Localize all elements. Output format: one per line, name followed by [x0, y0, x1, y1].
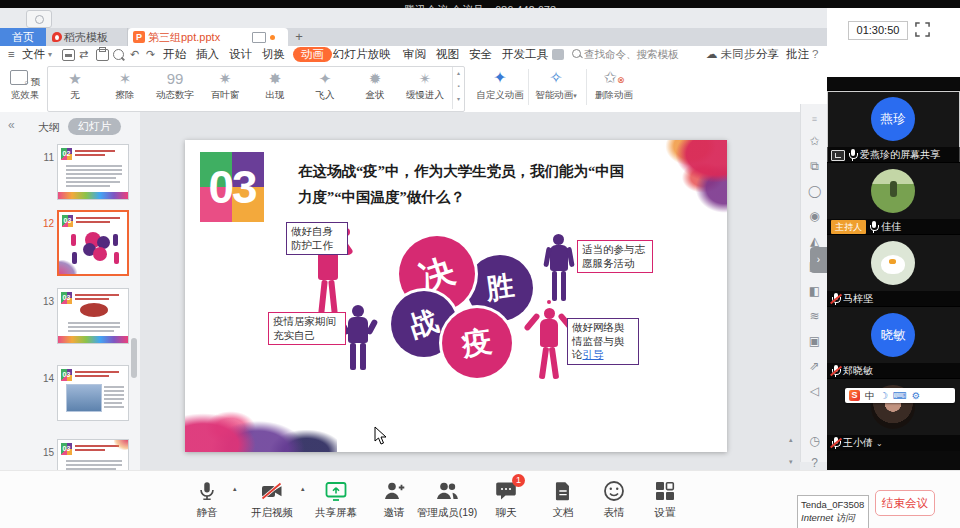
slide-thumbnail-13[interactable]: 03: [57, 288, 129, 344]
mute-button[interactable]: 静音: [185, 479, 229, 520]
video-options-caret-icon[interactable]: ▴: [301, 485, 305, 493]
emoji-button[interactable]: 表情: [590, 479, 638, 520]
thumbnail-scrollbar[interactable]: [131, 338, 137, 378]
smart-animation-button[interactable]: ✧智能动画▾: [530, 67, 582, 107]
command-search[interactable]: 查找命令、搜索模板: [572, 47, 702, 62]
delete-animation-button[interactable]: ✩⊗删除动画: [588, 67, 640, 107]
picture-icon[interactable]: ▣: [801, 334, 828, 348]
new-tab-button[interactable]: +: [290, 28, 308, 46]
properties-icon[interactable]: ≋: [801, 309, 828, 323]
participant-tile-2[interactable]: 主持人 佳佳: [827, 162, 960, 235]
next-slide-arrow-icon[interactable]: ▾: [789, 458, 793, 466]
mute-options-caret-icon[interactable]: ▴: [233, 485, 237, 493]
custom-animation-button[interactable]: ✦自定义动画: [474, 67, 526, 107]
hyperlink-yindao[interactable]: 引导: [583, 349, 604, 360]
slide-thumbnail-12-selected[interactable]: 03: [57, 210, 129, 276]
ime-logo-icon[interactable]: S: [849, 390, 860, 401]
sound-icon[interactable]: ◁: [801, 384, 828, 398]
anim-wipe[interactable]: ✶擦除: [100, 69, 150, 109]
help-circle-icon[interactable]: ?: [801, 456, 828, 470]
animation-pane-icon[interactable]: ✩: [801, 134, 828, 148]
shape-icon[interactable]: ◯: [801, 184, 828, 198]
ribbon-extra-tool-icon[interactable]: [552, 49, 564, 60]
anim-none[interactable]: ★无: [50, 69, 100, 109]
anim-fly-in[interactable]: ✦飞入: [300, 69, 350, 109]
help-icon[interactable]: ?: [812, 46, 818, 63]
drag-handle-icon[interactable]: ≡: [801, 114, 828, 124]
callout-home-enrich[interactable]: 疫情居家期间充实自己: [268, 312, 346, 345]
menu-devtools[interactable]: 开发工具: [502, 46, 548, 63]
ime-settings-icon[interactable]: ⚙: [912, 388, 921, 403]
gallery-scroll-up-icon[interactable]: ▴: [453, 67, 464, 80]
anim-slow-enter[interactable]: ✴缓慢进入: [400, 69, 450, 109]
resource-icon[interactable]: ◉: [801, 209, 828, 223]
menu-security[interactable]: 安全: [469, 46, 492, 63]
export-icon[interactable]: ⇗: [801, 359, 828, 373]
menu-slideshow[interactable]: 幻灯片放映: [333, 46, 391, 63]
slide-layout-icon[interactable]: ⧉: [801, 159, 828, 173]
print-preview-icon[interactable]: [113, 49, 124, 60]
slide-thumbnail-11[interactable]: 02: [57, 144, 129, 200]
section-number-logo[interactable]: 03: [200, 152, 264, 222]
window-menu-icon[interactable]: [26, 10, 52, 28]
hamburger-icon[interactable]: ≡: [8, 46, 15, 63]
comment-button[interactable]: 批注: [786, 46, 809, 63]
docs-button[interactable]: 文档: [539, 479, 587, 520]
tab-slides[interactable]: 幻灯片: [68, 118, 121, 135]
slide-canvas[interactable]: 03 在这场战“疫”中，作为大学生党员，我们能为“中国力度”“中国温度”做什么？…: [185, 140, 727, 452]
tab-outline[interactable]: 大纲: [38, 120, 60, 135]
history-icon[interactable]: ◷: [801, 434, 828, 448]
sync-status[interactable]: ☁ 未同步: [706, 46, 755, 63]
callout-volunteer[interactable]: 适当的参与志愿服务活动: [577, 240, 653, 273]
menu-design[interactable]: 设计: [229, 46, 252, 63]
menu-review[interactable]: 审阅: [403, 46, 426, 63]
preview-effect-button[interactable]: 预览效果: [6, 68, 44, 108]
slide-thumbnail-14[interactable]: 03: [57, 365, 129, 421]
menu-start[interactable]: 开始: [163, 46, 186, 63]
settings-button[interactable]: 设置: [641, 479, 689, 520]
print-icon[interactable]: [96, 49, 109, 61]
circle-yi[interactable]: 疫: [442, 308, 512, 378]
collapse-panel-icon[interactable]: «: [8, 118, 15, 132]
gallery-scroll-down-icon[interactable]: ▾: [453, 93, 464, 106]
anim-appear[interactable]: ✸出现: [250, 69, 300, 109]
prev-slide-arrow-icon[interactable]: ▴: [789, 436, 793, 444]
participant-tile-4[interactable]: 晓敏 郑晓敏: [827, 306, 960, 379]
end-meeting-button[interactable]: 结束会议: [875, 490, 935, 516]
smartart-icon[interactable]: ◭: [801, 234, 828, 248]
redo-icon[interactable]: ↷: [146, 46, 155, 63]
callout-self-protection[interactable]: 做好自身防护工作: [286, 222, 348, 255]
undo-icon[interactable]: ↶: [130, 46, 139, 63]
chat-button[interactable]: 聊天 1: [482, 479, 530, 520]
anim-dynamic-number[interactable]: 99动态数字: [150, 69, 200, 109]
menu-transition[interactable]: 切换: [262, 46, 285, 63]
menu-animation-active[interactable]: 动画: [293, 47, 332, 62]
menu-insert[interactable]: 插入: [196, 46, 219, 63]
participant-tile-3[interactable]: 马梓坚: [827, 234, 960, 307]
manage-members-button[interactable]: 管理成员(19): [405, 479, 489, 520]
slide-thumbnail-15[interactable]: 03: [57, 439, 129, 470]
panel-collapse-handle[interactable]: ›: [810, 247, 827, 273]
slide-title[interactable]: 在这场战“疫”中，作为大学生党员，我们能为“中国力度”“中国温度”做什么？: [298, 158, 634, 210]
gallery-scroll-mid-icon[interactable]: ▪: [453, 80, 464, 93]
ime-keyboard-icon[interactable]: ⌨: [893, 388, 907, 403]
anim-blinds[interactable]: ✷百叶窗: [200, 69, 250, 109]
menu-file[interactable]: 文件: [22, 46, 45, 63]
output-icon[interactable]: ⇄: [79, 46, 88, 63]
tab-home[interactable]: 首页: [0, 28, 46, 46]
meeting-titlebar[interactable]: 腾讯会议 会议号：686 442 673: [0, 0, 960, 8]
start-video-button[interactable]: 开启视频: [244, 479, 300, 520]
chevron-down-icon[interactable]: ⌄: [876, 439, 883, 448]
fullscreen-icon[interactable]: [915, 22, 930, 37]
ime-moon-icon[interactable]: ☽: [880, 388, 889, 403]
save-icon[interactable]: [62, 49, 75, 61]
callout-online-opinion[interactable]: 做好网络舆情监督与舆论引导: [567, 318, 639, 365]
menu-view[interactable]: 视图: [436, 46, 459, 63]
gallery-scroll[interactable]: ▴ ▪ ▾: [452, 67, 464, 109]
anim-box[interactable]: ✹盒状: [350, 69, 400, 109]
ime-toolbar[interactable]: S 中 ☽ ⌨ ⚙: [845, 388, 955, 403]
chart-icon[interactable]: ◧: [801, 284, 828, 298]
share-screen-button[interactable]: 共享屏幕: [312, 479, 360, 520]
share-button[interactable]: 分享: [756, 46, 779, 63]
participant-tile-1[interactable]: 燕珍 爱燕珍的屏幕共享: [827, 90, 960, 163]
